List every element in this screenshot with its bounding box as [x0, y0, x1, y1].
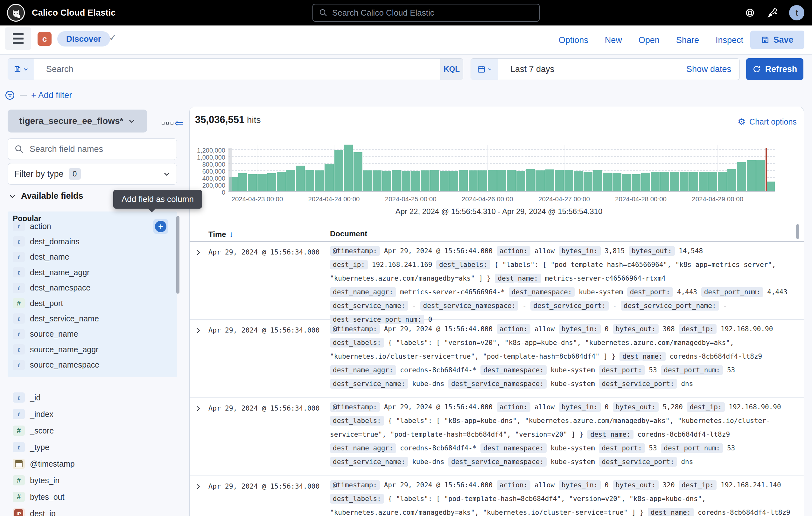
table-scrollbar[interactable] [796, 224, 799, 239]
histogram-bar[interactable] [564, 170, 574, 191]
expand-row-icon[interactable] [195, 484, 201, 490]
histogram-bar[interactable] [526, 169, 535, 191]
histogram-bar[interactable] [411, 171, 420, 191]
toolbar-link-open[interactable]: Open [639, 35, 660, 45]
histogram-bar[interactable] [631, 174, 641, 191]
sidebar-field-source_name_aggr[interactable]: tsource_name_aggr [13, 343, 98, 356]
menu-icon[interactable] [5, 27, 31, 50]
sidebar-field-dest_domains[interactable]: tdest_domains [13, 235, 80, 248]
histogram-bar[interactable] [449, 171, 459, 191]
sidebar-field-_score[interactable]: #_score [13, 424, 54, 437]
histogram-bar[interactable] [401, 171, 411, 191]
query-bar[interactable]: Search KQL [8, 58, 463, 80]
kql-language-button[interactable]: KQL [440, 59, 463, 80]
sidebar-field-dest_name_aggr[interactable]: tdest_name_aggr [13, 266, 90, 279]
histogram-bar[interactable] [488, 170, 497, 191]
date-picker[interactable]: Last 7 days Show dates [471, 58, 740, 80]
histogram-bar[interactable] [660, 172, 669, 191]
sidebar-field-source_name[interactable]: tsource_name [13, 328, 78, 341]
avatar[interactable]: t [789, 5, 804, 20]
histogram-bar[interactable] [708, 172, 718, 191]
histogram-bar[interactable] [545, 169, 555, 191]
histogram-bar[interactable] [593, 170, 602, 191]
histogram-bar[interactable] [641, 173, 650, 191]
histogram-bar[interactable] [765, 182, 775, 191]
sidebar-field-dest_name[interactable]: tdest_name [13, 251, 69, 264]
histogram-bar[interactable] [238, 173, 248, 191]
global-search-input[interactable]: Search Calico Cloud Elastic [313, 4, 540, 22]
histogram-bar[interactable] [392, 170, 401, 191]
histogram-bar[interactable] [756, 160, 765, 191]
histogram-bar[interactable] [439, 171, 449, 191]
histogram-bar[interactable] [718, 172, 727, 191]
histogram-bar[interactable] [622, 174, 631, 191]
sidebar-field-_id[interactable]: t_id [13, 391, 40, 404]
expand-row-icon[interactable] [195, 327, 201, 334]
sidebar-field-_type[interactable]: t_type [13, 441, 49, 454]
sidebar-field-dest_ip[interactable]: IPdest_ip [13, 507, 56, 516]
histogram-bar[interactable] [679, 172, 689, 191]
field-search-input[interactable]: Search field names [8, 138, 177, 160]
histogram-bar[interactable] [257, 174, 267, 191]
histogram-bar[interactable] [736, 162, 746, 191]
histogram-bar[interactable] [248, 174, 257, 191]
sidebar-field-_index[interactable]: t_index [13, 408, 54, 420]
sidebar-field-dest_namespace[interactable]: tdest_namespace [13, 281, 90, 294]
filter-icon[interactable] [4, 90, 15, 101]
histogram-bar[interactable] [727, 169, 736, 191]
histogram-bar[interactable] [286, 170, 296, 191]
histogram-bar[interactable] [382, 171, 392, 191]
toolbar-link-share[interactable]: Share [676, 35, 699, 45]
histogram-bar[interactable] [574, 171, 583, 191]
column-header-time[interactable]: Time↓ [208, 229, 234, 239]
sidebar-field-source_namespace[interactable]: tsource_namespace [13, 359, 99, 372]
histogram-bar[interactable] [698, 172, 708, 191]
sidebar-field-bytes_out[interactable]: #bytes_out [13, 490, 64, 503]
histogram-bar[interactable] [497, 170, 506, 191]
histogram-bar[interactable] [506, 170, 516, 191]
show-dates-link[interactable]: Show dates [686, 64, 731, 74]
column-header-document[interactable]: Document [330, 229, 367, 238]
help-icon[interactable] [745, 5, 755, 20]
histogram-bar[interactable] [478, 170, 488, 191]
add-field-as-column-button[interactable]: + [155, 221, 166, 232]
histogram-bar[interactable] [420, 170, 430, 191]
histogram-bar[interactable] [669, 172, 679, 191]
histogram-bar[interactable] [612, 173, 622, 191]
refresh-button[interactable]: Refresh [746, 58, 804, 80]
index-pattern-selector[interactable]: tigera_secure_ee_flows* [8, 110, 147, 133]
histogram-bar[interactable] [468, 170, 478, 191]
histogram-bar[interactable] [334, 150, 344, 191]
toolbar-link-new[interactable]: New [605, 35, 622, 45]
histogram-bar[interactable] [277, 172, 286, 191]
sidebar-field-dest_port[interactable]: #dest_port [13, 297, 63, 309]
expand-row-icon[interactable] [195, 405, 201, 412]
add-filter-link[interactable]: + Add filter [31, 90, 72, 100]
histogram-bar[interactable] [324, 164, 334, 191]
save-button[interactable]: Save [750, 31, 804, 49]
histogram-bar[interactable] [363, 170, 372, 191]
time-range-value[interactable]: Last 7 days [510, 64, 686, 74]
sidebar-field-@timestamp[interactable]: @timestamp [13, 457, 75, 470]
histogram-bar[interactable] [430, 170, 439, 191]
sort-descending-icon[interactable]: ↓ [229, 229, 234, 239]
collapse-sidebar-icon[interactable]: ⇐ [174, 116, 183, 129]
saved-query-menu-button[interactable] [8, 59, 34, 80]
breadcrumb[interactable]: Discover [57, 31, 110, 47]
whats-new-icon[interactable] [767, 5, 778, 20]
sidebar-scrollbar[interactable] [176, 216, 179, 294]
histogram-bar[interactable] [602, 173, 612, 191]
sidebar-field-action[interactable]: taction [13, 220, 51, 233]
histogram-bar[interactable] [689, 172, 698, 191]
histogram-bar[interactable] [353, 152, 363, 191]
expand-row-icon[interactable] [195, 249, 201, 256]
date-quick-menu-button[interactable] [471, 59, 498, 80]
histogram-bar[interactable] [650, 172, 660, 191]
chart-options-link[interactable]: ⚙ Chart options [737, 116, 797, 127]
filter-by-type-dropdown[interactable]: Filter by type 0 [8, 163, 177, 185]
histogram-bar[interactable] [516, 171, 526, 191]
space-badge[interactable]: c [37, 32, 52, 46]
toolbar-link-inspect[interactable]: Inspect [716, 35, 743, 45]
histogram-bar[interactable] [747, 160, 756, 191]
histogram-bar[interactable] [459, 170, 468, 191]
